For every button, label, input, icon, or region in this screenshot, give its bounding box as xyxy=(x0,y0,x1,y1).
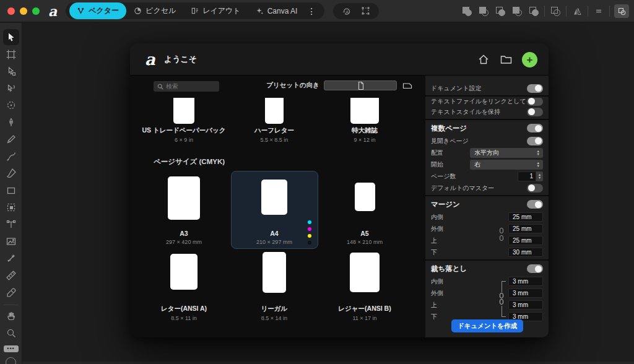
pencil-tool[interactable] xyxy=(3,131,19,147)
bleed-inner-input[interactable]: 3 mm xyxy=(508,277,543,286)
color-picker-tool[interactable] xyxy=(3,285,19,301)
preset-a4-label[interactable]: A4 210 × 297 mm xyxy=(231,227,318,245)
preset-a3[interactable]: A3 297 × 420 mm xyxy=(141,227,227,245)
page-count-stepper[interactable]: ▲▼ xyxy=(536,171,543,181)
style-picker-tool[interactable] xyxy=(3,251,19,267)
tab-pixel[interactable]: ピクセル xyxy=(126,2,183,19)
facing-pages-toggle[interactable] xyxy=(527,137,543,145)
minimize-window-button[interactable] xyxy=(20,7,27,15)
vector-brush-tool[interactable] xyxy=(3,149,19,165)
page-count-label: ページ数 xyxy=(431,172,518,181)
new-document-plus-button[interactable]: + xyxy=(522,52,537,67)
page-thumbnail-letter xyxy=(170,254,198,290)
margin-outer-label: 外側 xyxy=(431,225,508,233)
pen-tool[interactable] xyxy=(3,115,19,131)
affinity-logo: a xyxy=(48,4,57,18)
hand-tool[interactable] xyxy=(3,308,19,324)
margin-inner-input[interactable]: 25 mm xyxy=(508,212,543,222)
arrange-row: 配置 水平方向 ▲▼ xyxy=(425,147,549,158)
search-box[interactable] xyxy=(154,81,219,92)
fill-stroke-color-wells[interactable] xyxy=(4,357,19,364)
preset-name: A4 xyxy=(231,230,318,237)
more-personas-menu-icon[interactable]: ⋮ xyxy=(305,6,321,16)
start-select[interactable]: 右 ▲▼ xyxy=(470,160,543,170)
pixel-selection-tool[interactable] xyxy=(3,199,19,215)
paint-brush-tool[interactable] xyxy=(3,165,19,181)
page-count-row: ページ数 1 ▲▼ xyxy=(425,170,549,182)
margin-top-label: 上 xyxy=(431,236,508,245)
bleed-toggle[interactable] xyxy=(527,264,543,273)
margins-unlink-chain-icon[interactable] xyxy=(500,228,504,241)
boolean-subtract-icon[interactable] xyxy=(477,5,490,17)
artboard-tool[interactable] xyxy=(3,46,19,63)
preset-size: 148 × 210 mm xyxy=(321,239,408,245)
preset-size: 9 × 12 in xyxy=(321,137,408,143)
measure-tool[interactable] xyxy=(3,267,19,284)
preset-size: 5.5 × 8.5 in xyxy=(231,137,318,143)
portrait-orientation-icon[interactable] xyxy=(324,80,397,90)
margin-inner-label: 内側 xyxy=(431,213,508,222)
more-tools-button[interactable]: ••• xyxy=(4,345,19,352)
preset-name: A3 xyxy=(141,230,227,237)
node-tool[interactable] xyxy=(3,63,19,79)
page-thumbnail-a5 xyxy=(355,183,375,211)
preset-us-trade-paperback[interactable]: US トレードペーパーバック 6 × 9 in xyxy=(141,98,227,143)
page-count-input[interactable]: 1 xyxy=(518,171,536,181)
margin-bottom-input[interactable]: 30 mm xyxy=(508,248,543,257)
mirror-icon[interactable] xyxy=(571,5,583,17)
preset-half-letter[interactable]: ハーフレター 5.5 × 8.5 in xyxy=(231,98,318,143)
boolean-divide-icon[interactable] xyxy=(511,5,523,17)
document-setup-toggle[interactable] xyxy=(527,84,543,93)
cyan-dot xyxy=(308,220,312,225)
contour-tool[interactable] xyxy=(3,80,19,97)
close-window-button[interactable] xyxy=(7,7,15,15)
preset-letter-ansi-a[interactable]: レター(ANSI A) 8.5 × 11 in xyxy=(141,302,227,321)
boolean-add-icon[interactable] xyxy=(461,5,473,17)
bleed-outer-label: 外側 xyxy=(431,289,508,298)
create-document-button[interactable]: ドキュメントを作成 xyxy=(451,319,523,332)
folder-open-icon[interactable] xyxy=(499,53,513,66)
bleed-outer-input[interactable]: 3 mm xyxy=(508,288,543,298)
page-thumbnail xyxy=(265,98,284,124)
image-frame-tool[interactable] xyxy=(3,233,19,249)
tab-canva-ai-label: Canva AI xyxy=(267,7,298,15)
preset-extra-large-magazine[interactable]: 特大雑誌 9 × 12 in xyxy=(321,98,408,143)
boolean-combine-icon[interactable] xyxy=(528,5,540,17)
rectangle-tool[interactable] xyxy=(3,183,19,199)
margin-top-input[interactable]: 25 mm xyxy=(508,236,543,245)
persona-tabs: ベクター ピクセル レイアウト Canva AI ⋮ xyxy=(66,2,324,19)
preset-name: 特大雑誌 xyxy=(321,126,408,135)
margins-toggle[interactable] xyxy=(527,200,543,209)
margin-outer-input[interactable]: 25 mm xyxy=(508,224,543,233)
alignment-icon[interactable] xyxy=(593,5,605,17)
power-duplicate-icon[interactable] xyxy=(549,5,562,17)
multi-page-toggle[interactable] xyxy=(527,124,543,132)
tab-canva-ai[interactable]: Canva AI xyxy=(248,2,305,19)
insert-target-icon[interactable] xyxy=(614,4,629,18)
tab-layout[interactable]: レイアウト xyxy=(183,2,248,19)
search-input[interactable] xyxy=(166,83,215,90)
zoom-tool[interactable] xyxy=(3,325,19,341)
bleed-top-input[interactable]: 3 mm xyxy=(508,300,543,310)
home-icon[interactable] xyxy=(477,53,490,66)
import-linked-toggle[interactable] xyxy=(527,98,543,106)
preset-size: 210 × 297 mm xyxy=(231,239,318,245)
keep-text-styles-toggle[interactable] xyxy=(527,108,543,116)
tab-vector[interactable]: ベクター xyxy=(69,2,126,19)
landscape-orientation-icon[interactable] xyxy=(401,79,414,92)
default-master-toggle[interactable] xyxy=(527,184,543,193)
text-tool[interactable] xyxy=(3,217,19,233)
preset-name: A5 xyxy=(321,230,408,237)
selection-brush-tool[interactable] xyxy=(3,97,19,113)
text-import-icon[interactable]: A xyxy=(341,5,353,17)
boolean-intersect-icon[interactable] xyxy=(494,5,506,17)
arrange-select[interactable]: 水平方向 ▲▼ xyxy=(470,148,543,158)
select-all-icon[interactable] xyxy=(359,5,371,17)
bleed-link-chain-icon[interactable] xyxy=(500,292,504,306)
zoom-window-button[interactable] xyxy=(32,7,40,15)
preset-ledger-ansi-b[interactable]: レジャー(ANSI B) 11 × 17 in xyxy=(321,302,408,321)
keep-text-styles-label: テキストスタイルを保持 xyxy=(431,108,527,116)
preset-legal[interactable]: リーガル 8.5 × 14 in xyxy=(231,302,318,321)
move-tool[interactable] xyxy=(3,29,19,45)
preset-a5[interactable]: A5 148 × 210 mm xyxy=(321,227,408,245)
